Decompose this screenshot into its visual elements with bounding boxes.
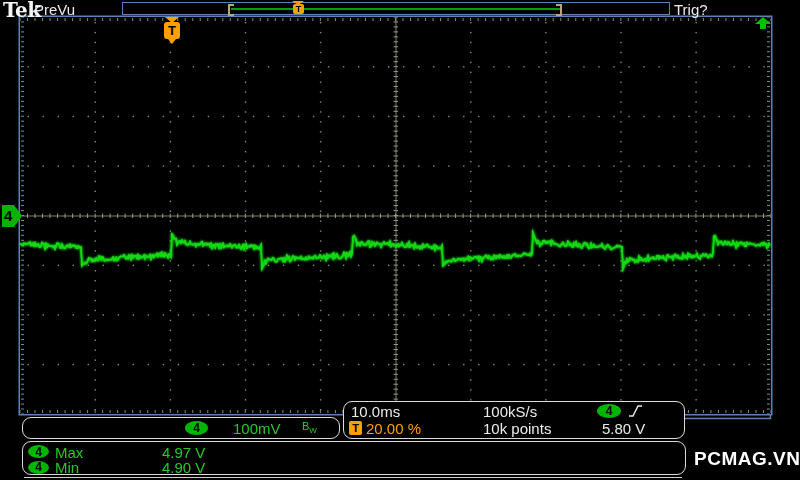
bandwidth-limit-indicator: BW [302,420,317,435]
trigger-level-readout: 5.80 V [602,420,645,437]
measurement-channel-badge: 4 [28,461,49,474]
trigger-marker-t-icon: T [164,22,180,39]
trigger-source-badge: 4 [597,404,621,418]
measurement-value: 4.90 V [162,459,205,476]
acquisition-mode-label: PreVu [34,1,75,18]
trigger-t-badge: T [349,421,362,435]
measurement-value: 4.97 V [162,444,205,461]
horizontal-trigger-readout-box: 10.0ms 100kS/s 4 T 20.00 % 10k points 5.… [343,401,685,439]
trigger-status-label: Trig? [674,1,708,18]
trigger-position-marker: T [163,17,181,48]
record-view-bar: T [122,2,670,15]
measurement-name: Min [55,459,79,476]
trigger-position-readout: 20.00 % [366,420,421,437]
channel-readout-box: 4 100mV BW [22,417,340,439]
volts-per-div-readout: 100mV [233,420,281,437]
channel-4-badge: 4 [185,421,208,435]
trigger-level-offscreen-arrow-icon [755,17,771,29]
time-per-div-readout: 10.0ms [351,403,400,420]
record-view-right-bracket [556,4,562,16]
trigger-marker-bottom-arrow-icon [168,39,176,44]
measurement-channel-badge: 4 [28,445,49,458]
measurement-name: Max [55,444,83,461]
watermark-logo: PCMAG.VN [694,448,800,470]
channel-4-position-marker: 4 [2,205,22,227]
rising-edge-slope-icon [628,404,643,418]
measurements-box: 4 Max 4.97 V 4 Min 4.90 V [22,441,686,475]
record-length-readout: 10k points [483,420,551,437]
record-view-trigger-icon: T [293,4,304,14]
channel-marker-number: 4 [4,208,12,223]
channel-marker-arrow-icon [14,205,22,227]
sample-rate-readout: 100kS/s [483,403,537,420]
record-view-left-bracket [228,4,234,16]
oscilloscope-screen: Tek PreVu T Trig? T 4 4 100mV BW 10.0ms … [0,0,800,480]
record-view-waveform-line [231,8,561,10]
